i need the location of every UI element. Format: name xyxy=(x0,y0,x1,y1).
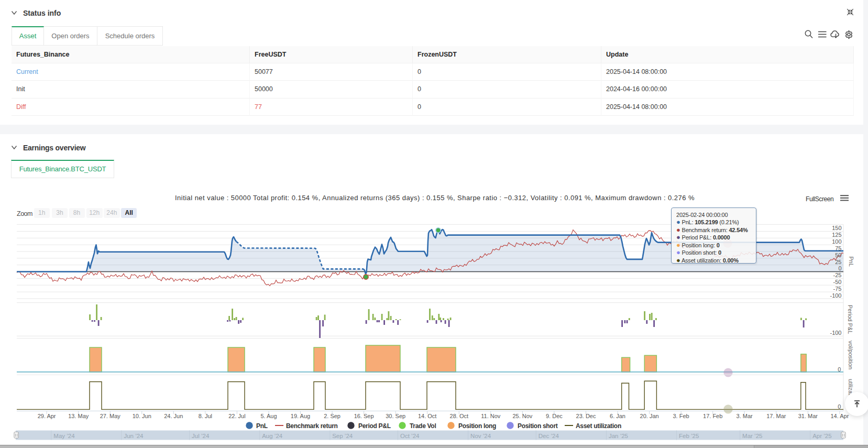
svg-text:Position long: Position long xyxy=(458,422,496,430)
svg-text:Jul ’24: Jul ’24 xyxy=(192,433,210,439)
svg-text:Feb ’25: Feb ’25 xyxy=(679,433,699,439)
svg-text:0: 0 xyxy=(838,366,841,373)
svg-text:25: 25 xyxy=(835,259,841,265)
svg-text:Dec ’24: Dec ’24 xyxy=(539,433,559,439)
svg-text:Sep ’24: Sep ’24 xyxy=(332,433,353,439)
svg-text:vol/position: vol/position xyxy=(848,341,854,369)
svg-text:13. May: 13. May xyxy=(68,413,89,419)
svg-text:20. Jan: 20. Jan xyxy=(640,413,659,419)
svg-text:9. Dec: 9. Dec xyxy=(546,413,563,419)
svg-text:50: 50 xyxy=(835,252,841,258)
svg-text:8. Jul: 8. Jul xyxy=(199,413,212,419)
svg-text:Jan ’25: Jan ’25 xyxy=(609,433,628,439)
svg-text:30. Sep: 30. Sep xyxy=(386,413,405,419)
svg-text:5. Aug: 5. Aug xyxy=(260,413,277,419)
svg-text:Position short: Position short xyxy=(518,422,558,430)
svg-text:19. Aug: 19. Aug xyxy=(291,413,310,419)
svg-text:0: 0 xyxy=(838,403,841,410)
svg-text:17. Feb: 17. Feb xyxy=(703,413,722,419)
svg-text:Mar ’25: Mar ’25 xyxy=(742,433,762,439)
svg-text:100: 100 xyxy=(832,238,841,245)
svg-text:May ’24: May ’24 xyxy=(53,433,75,439)
svg-text:3. Feb: 3. Feb xyxy=(673,413,689,419)
svg-text:29. Apr: 29. Apr xyxy=(38,413,56,419)
svg-text:Benchmark return: Benchmark return xyxy=(286,422,338,430)
svg-text:23. Dec: 23. Dec xyxy=(576,413,596,419)
svg-text:11. Nov: 11. Nov xyxy=(481,413,501,419)
svg-text:PnL: PnL xyxy=(256,422,268,430)
svg-text:22. Jul: 22. Jul xyxy=(228,413,245,419)
svg-text:Aug ’24: Aug ’24 xyxy=(262,433,283,439)
svg-text:Trade Vol: Trade Vol xyxy=(410,422,436,430)
svg-text:75: 75 xyxy=(835,245,841,252)
svg-text:0: 0 xyxy=(838,265,841,271)
svg-text:125: 125 xyxy=(832,232,841,238)
svg-text:Asset utilization: Asset utilization xyxy=(576,422,621,430)
svg-text:Oct ’24: Oct ’24 xyxy=(400,433,420,439)
svg-text:27. May: 27. May xyxy=(100,413,121,419)
svg-text:25. Nov: 25. Nov xyxy=(512,413,532,419)
svg-text:6. Jan: 6. Jan xyxy=(610,413,625,419)
svg-text:3. Mar: 3. Mar xyxy=(737,413,753,419)
svg-text:Period P&L: Period P&L xyxy=(358,422,391,430)
svg-text:14. Apr: 14. Apr xyxy=(830,413,849,419)
svg-text:10. Jun: 10. Jun xyxy=(133,413,151,419)
svg-text:17. Mar: 17. Mar xyxy=(766,413,786,419)
svg-text:PnL: PnL xyxy=(848,256,854,267)
svg-text:16. Sep: 16. Sep xyxy=(354,413,374,419)
svg-text:-100: -100 xyxy=(830,292,841,299)
svg-text:150: 150 xyxy=(832,225,841,231)
svg-text:31. Mar: 31. Mar xyxy=(798,413,818,419)
svg-text:-25: -25 xyxy=(833,272,842,278)
svg-text:-50: -50 xyxy=(833,279,842,285)
svg-text:Apr ’25: Apr ’25 xyxy=(812,433,831,439)
svg-text:-75: -75 xyxy=(833,286,842,292)
svg-text:14. Oct: 14. Oct xyxy=(418,413,436,419)
svg-text:Nov ’24: Nov ’24 xyxy=(470,433,491,439)
svg-text:Jun ’24: Jun ’24 xyxy=(124,433,144,439)
svg-text:Period P&L: Period P&L xyxy=(847,305,853,334)
svg-text:2. Sep: 2. Sep xyxy=(324,413,340,419)
svg-text:28. Oct: 28. Oct xyxy=(450,413,468,419)
svg-text:-100: -100 xyxy=(830,330,841,336)
svg-text:24. Jun: 24. Jun xyxy=(164,413,183,419)
